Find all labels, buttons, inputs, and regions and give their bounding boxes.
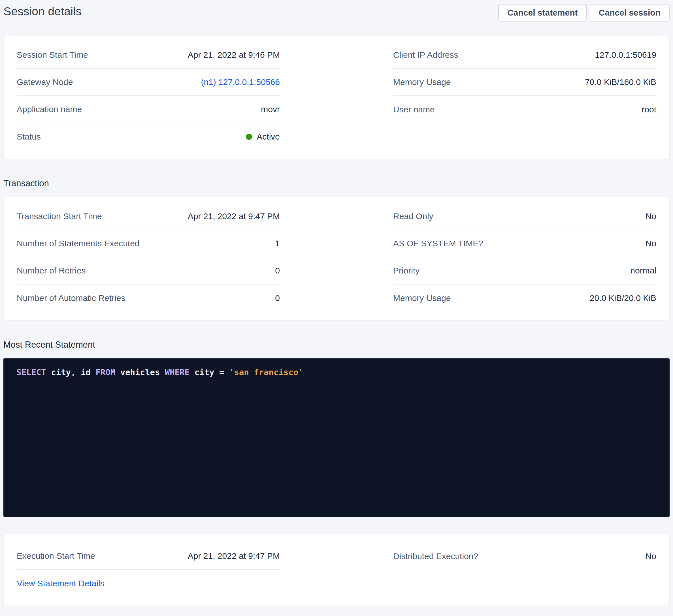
session-start-time-value: Apr 21, 2022 at 9:46 PM xyxy=(188,50,280,60)
session-memory-usage-value: 70.0 KiB/160.0 KiB xyxy=(585,77,656,87)
execution-start-time-value: Apr 21, 2022 at 9:47 PM xyxy=(188,551,280,561)
table-row: Number of Retries 0 xyxy=(17,257,280,285)
client-ip-value: 127.0.0.1:50619 xyxy=(595,50,656,60)
statements-executed-label: Number of Statements Executed xyxy=(17,239,140,248)
session-details-card: Session Start Time Apr 21, 2022 at 9:46 … xyxy=(3,36,670,159)
sql-keyword: WHERE xyxy=(165,367,190,377)
table-row: Session Start Time Apr 21, 2022 at 9:46 … xyxy=(17,42,280,69)
automatic-retries-label: Number of Automatic Retries xyxy=(17,293,125,303)
table-row: Memory Usage 70.0 KiB/160.0 KiB xyxy=(393,69,656,96)
cancel-statement-button[interactable]: Cancel statement xyxy=(498,4,587,21)
user-name-value: root xyxy=(642,105,656,114)
table-row: Status Active xyxy=(17,123,280,150)
transaction-memory-usage-value: 20.0 KiB/20.0 KiB xyxy=(590,293,656,303)
execution-start-time-label: Execution Start Time xyxy=(17,551,95,561)
execution-card: Execution Start Time Apr 21, 2022 at 9:4… xyxy=(3,534,670,606)
transaction-card-right-column: Read Only No AS OF SYSTEM TIME? No Prior… xyxy=(336,203,669,312)
number-of-retries-label: Number of Retries xyxy=(17,266,85,275)
gateway-node-link[interactable]: (n1) 127.0.0.1:50566 xyxy=(201,77,280,87)
table-row: Transaction Start Time Apr 21, 2022 at 9… xyxy=(17,203,280,230)
sql-statement-box: SELECT city, id FROM vehicles WHERE city… xyxy=(3,358,670,517)
client-ip-label: Client IP Address xyxy=(393,50,458,60)
transaction-start-time-label: Transaction Start Time xyxy=(17,212,102,221)
status-active-dot-icon xyxy=(246,133,252,140)
table-row: Read Only No xyxy=(393,203,656,230)
table-row: Distributed Execution? No xyxy=(393,543,656,570)
priority-label: Priority xyxy=(393,266,420,275)
execution-card-left-column: Execution Start Time Apr 21, 2022 at 9:4… xyxy=(4,543,336,597)
statements-executed-value: 1 xyxy=(275,239,280,248)
session-card-left-column: Session Start Time Apr 21, 2022 at 9:46 … xyxy=(4,42,336,150)
table-row: AS OF SYSTEM TIME? No xyxy=(393,230,656,257)
sql-text: city, id xyxy=(46,367,96,377)
read-only-label: Read Only xyxy=(393,212,433,221)
transaction-card: Transaction Start Time Apr 21, 2022 at 9… xyxy=(3,197,670,320)
automatic-retries-value: 0 xyxy=(275,293,280,303)
table-row: Application name movr xyxy=(17,96,280,123)
status-label: Status xyxy=(17,132,41,141)
transaction-card-left-column: Transaction Start Time Apr 21, 2022 at 9… xyxy=(4,203,336,312)
status-value: Active xyxy=(257,132,280,141)
execution-card-right-column: Distributed Execution? No xyxy=(336,543,669,597)
view-statement-details-link[interactable]: View Statement Details xyxy=(17,579,104,588)
table-row: Client IP Address 127.0.0.1:50619 xyxy=(393,42,656,69)
sql-text: vehicles xyxy=(115,367,165,377)
table-row: Execution Start Time Apr 21, 2022 at 9:4… xyxy=(17,543,280,570)
table-row: Priority normal xyxy=(393,257,656,285)
as-of-system-time-value: No xyxy=(646,239,656,248)
sql-statement-text: SELECT city, id FROM vehicles WHERE city… xyxy=(16,366,657,379)
transaction-start-time-value: Apr 21, 2022 at 9:47 PM xyxy=(188,212,280,221)
sql-string-literal: 'san francisco' xyxy=(229,367,303,377)
distributed-execution-label: Distributed Execution? xyxy=(393,552,478,561)
application-name-label: Application name xyxy=(17,104,82,114)
sql-keyword: FROM xyxy=(95,367,115,377)
number-of-retries-value: 0 xyxy=(275,266,280,275)
page-title: Session details xyxy=(3,4,81,19)
sql-keyword: SELECT xyxy=(16,367,46,377)
status-badge: Active xyxy=(246,132,280,141)
session-start-time-label: Session Start Time xyxy=(17,50,88,60)
cancel-session-button[interactable]: Cancel session xyxy=(590,4,670,21)
table-row: Number of Statements Executed 1 xyxy=(17,230,280,257)
as-of-system-time-label: AS OF SYSTEM TIME? xyxy=(393,239,483,248)
priority-value: normal xyxy=(630,266,656,275)
table-row: View Statement Details xyxy=(17,570,280,597)
session-card-right-column: Client IP Address 127.0.0.1:50619 Memory… xyxy=(336,42,669,150)
page-header: Session details Cancel statement Cancel … xyxy=(0,0,673,23)
application-name-value: movr xyxy=(261,104,280,114)
table-row: User name root xyxy=(393,96,656,123)
read-only-value: No xyxy=(646,212,656,221)
distributed-execution-value: No xyxy=(646,552,656,561)
transaction-section-heading: Transaction xyxy=(3,177,670,190)
transaction-memory-usage-label: Memory Usage xyxy=(393,293,451,303)
sql-text: city = xyxy=(190,367,229,377)
table-row: Gateway Node (n1) 127.0.0.1:50566 xyxy=(17,69,280,96)
user-name-label: User name xyxy=(393,105,435,114)
most-recent-statement-heading: Most Recent Statement xyxy=(3,339,670,351)
session-memory-usage-label: Memory Usage xyxy=(393,77,451,87)
table-row: Number of Automatic Retries 0 xyxy=(17,285,280,312)
table-row: Memory Usage 20.0 KiB/20.0 KiB xyxy=(393,285,656,312)
header-actions: Cancel statement Cancel session xyxy=(498,4,670,21)
gateway-node-label: Gateway Node xyxy=(17,77,73,87)
